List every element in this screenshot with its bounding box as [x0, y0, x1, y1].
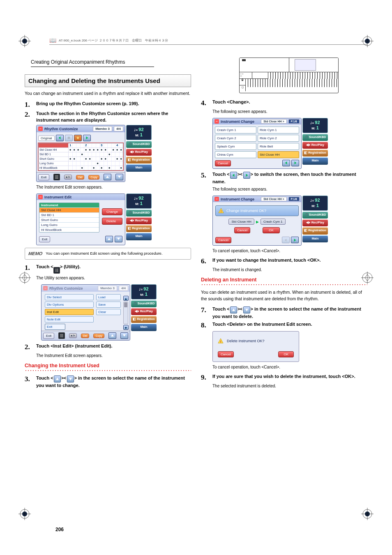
menu-note-edit[interactable]: Note Edit [45, 316, 94, 322]
tempo-tile[interactable]: ♩= 92M: 1 [126, 125, 152, 140]
tempo-tile[interactable]: ♩= 92M: 1 [131, 284, 157, 299]
rec-play-tile[interactable]: ◀● Rec/Play [131, 308, 157, 315]
rec-play-tile[interactable]: ◀● Rec/Play [302, 219, 328, 226]
chip-rhythm-name: Mambo 3 [93, 126, 112, 131]
svg-marker-35 [69, 378, 71, 380]
confirm-message: ! Change Instrument OK? [215, 205, 299, 216]
sound-kbd-tile[interactable]: 🎵 Sound/KBD [302, 212, 328, 219]
close-icon[interactable]: – [43, 286, 48, 290]
main-tile[interactable]: Main [302, 235, 328, 242]
scroll-up-icon[interactable]: ▴ [123, 296, 129, 301]
close-icon[interactable]: – [214, 119, 219, 124]
instrument-option[interactable]: Ride Cym 2 [258, 135, 299, 142]
next-page-icon[interactable] [291, 160, 299, 166]
instrument-option[interactable]: Splash Cym [215, 143, 256, 150]
warning-icon: ! [218, 338, 224, 344]
crop-mark-icon [18, 508, 31, 520]
prev-arrow-icon[interactable] [56, 135, 64, 141]
scroll-down-icon[interactable]: ▾ [123, 325, 129, 330]
instrument-option[interactable]: Ride Bell [258, 143, 299, 150]
utility-icon[interactable] [58, 332, 65, 339]
copy-button[interactable]: Copy [88, 175, 99, 180]
cancel-button[interactable]: Cancel [234, 227, 250, 233]
up-arrow-icon[interactable] [108, 332, 116, 339]
registration-tile[interactable]: ◧ Registration [302, 227, 328, 234]
change-button[interactable]: Change [102, 208, 122, 215]
tempo-tile[interactable]: ♩= 92M: 1 [302, 118, 328, 133]
tempo-tile[interactable]: ♩= 92M: 1 [126, 193, 152, 209]
instrument-option-selected[interactable]: Std Close HH [258, 151, 299, 158]
star-icon[interactable] [74, 135, 82, 141]
prev-page-icon[interactable] [282, 160, 290, 166]
utility-icon[interactable] [53, 174, 60, 180]
up-arrow-icon[interactable] [105, 236, 113, 242]
chip: 4/4 [119, 286, 128, 291]
crop-mark-icon [361, 508, 374, 520]
exit-button[interactable]: Exit [43, 333, 54, 339]
up-arrow-icon [230, 306, 237, 313]
prev-page-icon[interactable] [282, 237, 290, 243]
exit-button[interactable]: Exit [45, 324, 65, 330]
step-text: If you are sure that you wish to delete … [212, 373, 367, 382]
cancel-button[interactable]: Cancel [215, 237, 231, 243]
next-page-icon[interactable] [291, 237, 299, 243]
del-button[interactable]: Del [81, 334, 90, 338]
step-sub: The instrument is changed. [212, 267, 367, 273]
sound-kbd-tile[interactable]: 🎵 Sound/KBD [126, 141, 152, 148]
close-icon[interactable]: – [38, 195, 43, 199]
step-number: 6. [201, 257, 209, 265]
instrument-option[interactable]: China Cym [215, 151, 256, 158]
up-arrow-icon[interactable] [104, 174, 111, 180]
main-tile[interactable]: Main [302, 157, 328, 164]
sound-kbd-tile[interactable]: 🎵 Sound/KBD [126, 210, 152, 216]
sound-kbd-tile[interactable]: 🎵 Sound/KBD [131, 300, 157, 307]
close-icon[interactable]: – [38, 127, 43, 131]
arrow-right-icon: ▶ [256, 220, 259, 224]
stop-icon[interactable] [65, 135, 73, 141]
main-tile[interactable]: Main [126, 233, 152, 240]
svg-text:!: ! [221, 210, 222, 213]
menu-clear[interactable]: Clear [96, 309, 121, 315]
play-pause-icon[interactable]: ▸/▪ [64, 175, 71, 180]
down-arrow-icon[interactable] [120, 332, 128, 339]
instrument-option[interactable]: Ride Cym 1 [258, 127, 299, 134]
instrument-option[interactable]: Crash Cym 1 [215, 127, 256, 134]
ok-button[interactable]: OK [263, 227, 280, 233]
registration-tile[interactable]: ◧ Registration [302, 150, 328, 157]
rec-play-tile[interactable]: ◀● Rec/Play [126, 149, 152, 156]
menu-div-options[interactable]: Div Options [45, 302, 94, 308]
rec-play-tile[interactable]: ◀● Rec/Play [302, 142, 328, 149]
rhythm-grid[interactable]: 1234 Std Close HH●●● ●●●●●● ●●● Std BD 1… [38, 143, 123, 170]
exit-button[interactable]: Exit [39, 236, 50, 242]
svg-marker-28 [106, 176, 109, 178]
rec-play-tile[interactable]: ◀● Rec/Play [126, 217, 152, 224]
tempo-tile[interactable]: ♩= 92M: 1 [302, 196, 328, 211]
registration-tile[interactable]: ◧ Registration [131, 316, 157, 323]
close-icon[interactable]: – [214, 197, 219, 201]
cancel-button[interactable]: Cancel [218, 351, 234, 357]
exit-button[interactable]: Exit [38, 174, 49, 180]
ok-button[interactable]: OK [278, 351, 294, 357]
instrument-option[interactable]: Crash Cym 2 [215, 135, 256, 142]
next-arrow-icon[interactable] [83, 135, 91, 141]
menu-save[interactable]: Save [96, 302, 121, 308]
cancel-button[interactable]: Cancel [215, 160, 231, 166]
main-tile[interactable]: Main [126, 164, 152, 171]
menu-inst-edit[interactable]: Inst Edit [45, 309, 94, 315]
tab-original[interactable]: Original [38, 136, 55, 141]
instrument-list[interactable]: Instrument Std Close HH Std BD 1 Short G… [39, 203, 99, 233]
registration-tile[interactable]: ◧ Registration [126, 157, 152, 164]
copy-button[interactable]: Copy [93, 334, 104, 338]
menu-load[interactable]: Load [96, 294, 121, 300]
step-number: 7. [201, 306, 209, 320]
main-tile[interactable]: Main [131, 324, 157, 331]
svg-marker-34 [56, 378, 59, 380]
registration-tile[interactable]: ◧ Registration [126, 225, 152, 232]
menu-div-select[interactable]: Div Select [45, 294, 94, 300]
sound-kbd-tile[interactable]: 🎵 Sound/KBD [302, 134, 328, 141]
del-button[interactable]: Del [76, 175, 85, 180]
play-pause-icon[interactable]: ▸/▪ [69, 333, 76, 338]
delete-button[interactable]: Delete [102, 218, 122, 225]
down-arrow-icon[interactable] [115, 236, 122, 242]
down-arrow-icon[interactable] [115, 174, 123, 180]
